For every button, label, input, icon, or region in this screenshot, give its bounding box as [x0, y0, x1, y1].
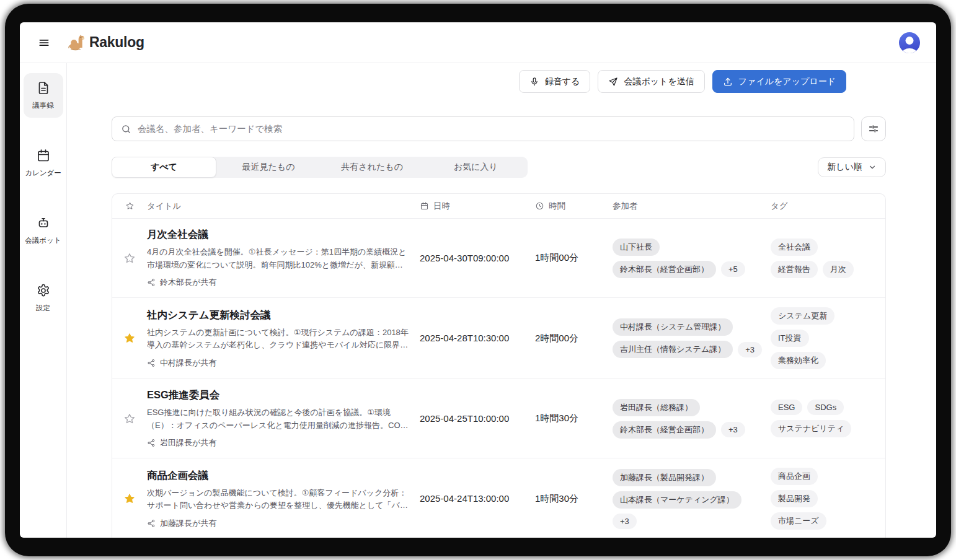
- menu-toggle-button[interactable]: [32, 31, 56, 55]
- shared-by-text: 鈴木部長が共有: [160, 277, 216, 288]
- more-participants-pill: +5: [721, 261, 745, 277]
- header-date-label: 日時: [433, 201, 450, 212]
- upload-icon: [723, 77, 733, 87]
- header-duration-label: 時間: [549, 201, 565, 212]
- user-avatar[interactable]: [899, 32, 920, 53]
- meeting-title: 社内システム更新検討会議: [147, 308, 409, 322]
- row-tags-cell: 商品企画製品開発市場ニーズ: [771, 468, 885, 530]
- search-icon: [121, 124, 131, 134]
- actions-row: 録音する 会議ボットを送信 ファイルをアップロード: [112, 70, 886, 93]
- table-body: 月次全社会議 4月の月次全社会議を開催。①社長メッセージ：第1四半期の業績概況と…: [112, 219, 885, 538]
- header-tags-label: タグ: [771, 201, 788, 212]
- more-participants-pill: +3: [613, 514, 637, 529]
- sidebar-item-bot[interactable]: 会議ボット: [24, 208, 63, 253]
- sort-dropdown[interactable]: 新しい順: [818, 157, 886, 177]
- record-button-label: 録音する: [545, 76, 580, 87]
- star-outline-icon: [123, 252, 136, 265]
- row-duration-cell: 2時間00分: [535, 333, 613, 344]
- upload-file-button[interactable]: ファイルをアップロード: [712, 70, 846, 93]
- search-input[interactable]: [138, 124, 845, 134]
- send-bot-button[interactable]: 会議ボットを送信: [598, 70, 704, 93]
- tags-list: 全社会議経営報告月次: [771, 238, 865, 278]
- meeting-datetime: 2025-04-28T10:30:00: [420, 333, 509, 343]
- participant-pill: 山本課長（マーケティング課）: [613, 491, 741, 509]
- share-icon: [147, 278, 156, 287]
- tag-pill: サステナビリティ: [771, 420, 851, 437]
- search-row: [112, 116, 886, 141]
- participant-pill: 山下社長: [613, 238, 660, 256]
- microphone-icon: [529, 77, 539, 87]
- meeting-datetime: 2025-04-25T10:00:00: [420, 413, 509, 424]
- favorite-star-button[interactable]: [122, 331, 137, 346]
- share-icon: [147, 439, 156, 447]
- share-icon: [147, 359, 156, 367]
- meeting-datetime: 2025-04-24T13:00:00: [420, 493, 509, 504]
- row-duration-cell: 1時間00分: [535, 252, 613, 264]
- sidebar-item-label: 会議ボット: [25, 236, 61, 245]
- row-star-cell: [112, 251, 147, 266]
- meetings-table: タイトル 日時 時間 参加者 タグ: [112, 193, 886, 538]
- tag-pill: ESG: [771, 400, 802, 415]
- row-date-cell: 2025-04-24T13:00:00: [420, 493, 535, 504]
- sidebar-item-minutes[interactable]: 議事録: [24, 73, 63, 118]
- table-row[interactable]: 月次全社会議 4月の月次全社会議を開催。①社長メッセージ：第1四半期の業績概況と…: [112, 219, 885, 297]
- camel-icon: [67, 33, 87, 53]
- tab-shared[interactable]: 共有されたもの: [321, 157, 424, 178]
- tag-pill: 市場ニーズ: [771, 512, 826, 530]
- app-window: Rakulog 議事録カレンダー会議ボット設定 録音する 会議ボットを送信 ファ…: [20, 22, 936, 538]
- row-star-cell: [112, 491, 147, 506]
- record-button[interactable]: 録音する: [519, 70, 591, 93]
- chevron-down-icon: [868, 163, 877, 172]
- row-title-cell: 社内システム更新検討会議 社内システムの更新計画について検討。①現行システムの課…: [147, 308, 420, 369]
- meeting-shared-by: 岩田課長が共有: [147, 437, 409, 448]
- favorite-star-button[interactable]: [122, 491, 137, 506]
- tags-list: ESGSDGsサステナビリティ: [771, 400, 865, 437]
- upload-file-button-label: ファイルをアップロード: [738, 76, 836, 87]
- row-date-cell: 2025-04-28T10:30:00: [420, 333, 535, 344]
- meeting-duration: 2時間00分: [535, 333, 578, 343]
- favorite-star-button[interactable]: [122, 411, 137, 426]
- row-tags-cell: 全社会議経営報告月次: [771, 238, 885, 278]
- send-bot-button-label: 会議ボットを送信: [624, 76, 694, 87]
- table-row[interactable]: 社内システム更新検討会議 社内システムの更新計画について検討。①現行システムの課…: [112, 297, 885, 378]
- tag-pill: 経営報告: [771, 261, 818, 278]
- tab-all[interactable]: すべて: [112, 157, 216, 178]
- header-date: 日時: [420, 201, 535, 212]
- sidebar-item-label: 設定: [36, 304, 50, 313]
- hamburger-icon: [38, 37, 50, 49]
- meeting-title: ESG推進委員会: [147, 388, 409, 402]
- calendar-icon: [420, 201, 429, 211]
- search-box: [112, 116, 854, 141]
- shared-by-text: 岩田課長が共有: [160, 437, 216, 448]
- tab-favorites[interactable]: お気に入り: [424, 157, 528, 178]
- filter-button[interactable]: [861, 116, 886, 141]
- tabs-row: すべて最近見たもの共有されたものお気に入り 新しい順: [112, 157, 886, 178]
- sidebar-item-label: カレンダー: [25, 168, 61, 178]
- row-star-cell: [112, 331, 147, 346]
- row-title-cell: ESG推進委員会 ESG推進に向けた取り組み状況の確認と今後の計画を協議。①環境…: [147, 388, 420, 448]
- document-icon: [36, 81, 51, 95]
- row-duration-cell: 1時間30分: [535, 493, 613, 505]
- meeting-description: 次期バージョンの製品機能について検討。①顧客フィードバック分析：サポート問い合わ…: [147, 487, 409, 512]
- row-tags-cell: システム更新IT投資業務効率化: [771, 307, 885, 369]
- tab-recent[interactable]: 最近見たもの: [216, 157, 320, 178]
- robot-icon: [36, 216, 51, 230]
- favorite-star-button[interactable]: [122, 251, 137, 266]
- meeting-title: 月次全社会議: [147, 228, 409, 242]
- table-row[interactable]: ESG推進委員会 ESG推進に向けた取り組み状況の確認と今後の計画を協議。①環境…: [112, 378, 885, 458]
- meeting-duration: 1時間30分: [535, 493, 578, 504]
- tag-pill: 商品企画: [771, 468, 818, 485]
- gear-icon: [36, 283, 51, 298]
- row-star-cell: [112, 411, 147, 426]
- row-duration-cell: 1時間30分: [535, 413, 613, 424]
- participant-pill: 吉川主任（情報システム課）: [613, 341, 733, 358]
- participant-pill: 岩田課長（総務課）: [613, 399, 700, 416]
- participant-pill: 鈴木部長（経営企画部）: [613, 421, 716, 439]
- row-title-cell: 月次全社会議 4月の月次全社会議を開催。①社長メッセージ：第1四半期の業績概況と…: [147, 228, 420, 288]
- sidebar-item-calendar[interactable]: カレンダー: [24, 141, 63, 185]
- row-tags-cell: ESGSDGsサステナビリティ: [771, 400, 885, 437]
- sidebar-item-settings[interactable]: 設定: [24, 276, 63, 320]
- table-row[interactable]: 商品企画会議 次期バージョンの製品機能について検討。①顧客フィードバック分析：サ…: [112, 458, 885, 538]
- header-duration: 時間: [535, 201, 613, 212]
- brand-name: Rakulog: [89, 34, 144, 51]
